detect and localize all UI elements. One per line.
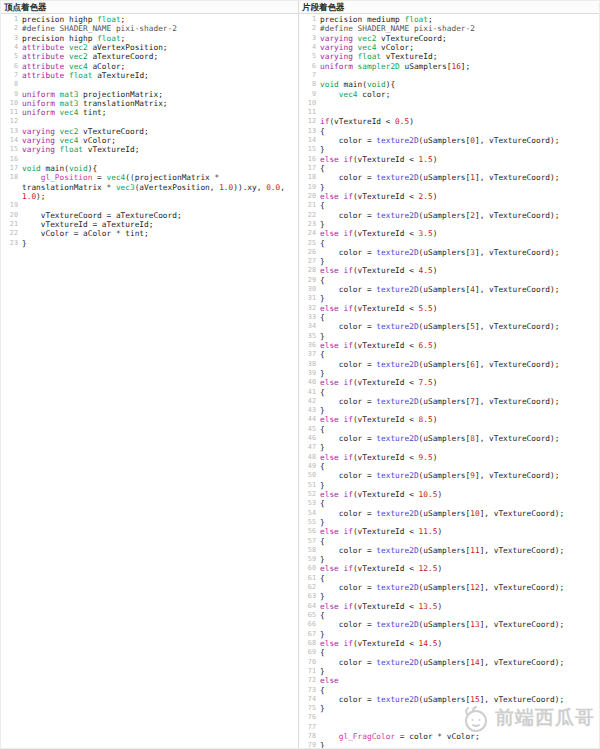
fragment-shader-panel: 片段着色器 1precision mediump float;2#define … [299,1,599,748]
line-number: 10 [299,99,320,108]
code-line: 44else if(vTextureId < 8.5) [299,415,599,424]
fragment-shader-code[interactable]: 1precision mediump float;2#define SHADER… [299,14,599,748]
code-line: 63} [299,592,599,601]
line-number: 74 [299,695,320,704]
line-number: 16 [1,155,22,164]
code-text: { [320,462,599,471]
code-line: 12 [1,117,298,126]
line-number: 42 [299,397,320,406]
code-text: else if(vTextureId < 9.5) [320,453,599,462]
code-line: 48else if(vTextureId < 9.5) [299,453,599,462]
code-text: { [320,239,599,248]
code-text: varying vec2 vTextureCoord; [320,34,599,43]
line-number: 3 [1,34,22,43]
line-number: 22 [299,211,320,220]
code-text: } [320,332,599,341]
line-number: 20 [299,192,320,201]
code-text: else if(vTextureId < 7.5) [320,378,599,387]
line-number: 8 [1,80,22,89]
code-line: 54 color = texture2D(uSamplers[10], vTex… [299,509,599,518]
code-line: 18 gl_Position = vec4((projectionMatrix … [1,173,298,201]
code-line: 16 [1,155,298,164]
line-number: 1 [299,15,320,24]
code-line: 50 color = texture2D(uSamplers[9], vText… [299,471,599,480]
vertex-shader-code[interactable]: 1precision highp float;2#define SHADER_N… [1,14,298,748]
line-number: 43 [299,406,320,415]
line-number: 15 [299,145,320,154]
code-line: 37{ [299,350,599,359]
code-text: } [320,257,599,266]
code-text: precision mediump float; [320,15,599,24]
line-number: 79 [299,741,320,748]
line-number: 8 [299,80,320,89]
line-number: 6 [299,62,320,71]
line-number: 18 [1,173,22,182]
code-line: 40else if(vTextureId < 7.5) [299,378,599,387]
line-number: 69 [299,648,320,657]
code-line: 15} [299,145,599,154]
code-line: 21 vTextureId = aTextureId; [1,220,298,229]
code-line: 70 color = texture2D(uSamplers[14], vTex… [299,658,599,667]
code-line: 21{ [299,201,599,210]
line-number: 12 [1,117,22,126]
code-line: 65{ [299,611,599,620]
code-text: { [320,276,599,285]
code-line: 20 vTextureCoord = aTextureCoord; [1,211,298,220]
line-number: 44 [299,415,320,424]
code-line: 76 [299,713,599,722]
line-number: 7 [1,71,22,80]
line-number: 64 [299,602,320,611]
line-number: 28 [299,266,320,275]
code-line: 17{ [299,164,599,173]
code-line: 14varying vec4 vColor; [1,136,298,145]
line-number: 60 [299,564,320,573]
code-text: vColor = aColor * tint; [22,229,298,238]
code-text: color = texture2D(uSamplers[4], vTexture… [320,285,599,294]
code-line: 56else if(vTextureId < 11.5) [299,527,599,536]
code-text: } [320,369,599,378]
line-number: 17 [1,164,22,173]
code-line: 14 color = texture2D(uSamplers[0], vText… [299,136,599,145]
code-text: } [320,592,599,601]
code-line: 58 color = texture2D(uSamplers[11], vTex… [299,546,599,555]
code-text: color = texture2D(uSamplers[14], vTextur… [320,658,599,667]
line-number: 11 [1,108,22,117]
code-text: color = texture2D(uSamplers[12], vTextur… [320,583,599,592]
code-text: void main(void){ [22,164,298,173]
code-text: uniform vec4 tint; [22,108,298,117]
line-number: 4 [299,43,320,52]
line-number: 57 [299,537,320,546]
code-text: varying vec4 vColor; [320,43,599,52]
line-number: 33 [299,313,320,322]
code-line: 10uniform mat3 translationMatrix; [1,99,298,108]
code-text: uniform mat3 translationMatrix; [22,99,298,108]
code-text: color = texture2D(uSamplers[2], vTexture… [320,211,599,220]
code-line: 23} [1,239,298,248]
line-number: 4 [1,43,22,52]
line-number: 23 [299,220,320,229]
code-line: 46 color = texture2D(uSamplers[8], vText… [299,434,599,443]
code-text: else if(vTextureId < 14.5) [320,639,599,648]
code-line: 66 color = texture2D(uSamplers[13], vTex… [299,620,599,629]
code-line: 49{ [299,462,599,471]
code-text: } [320,667,599,676]
line-number: 77 [299,723,320,732]
code-line: 16else if(vTextureId < 1.5) [299,155,599,164]
code-line: 60else if(vTextureId < 12.5) [299,564,599,573]
code-text: color = texture2D(uSamplers[3], vTexture… [320,248,599,257]
code-line: 72else [299,676,599,685]
code-text: } [320,481,599,490]
code-line: 68else if(vTextureId < 14.5) [299,639,599,648]
code-line: 29{ [299,276,599,285]
code-text: } [320,518,599,527]
fragment-shader-title: 片段着色器 [299,1,599,14]
code-text: precision highp float; [22,34,298,43]
code-text: else if(vTextureId < 10.5) [320,490,599,499]
code-line: 8 [1,80,298,89]
line-number: 35 [299,332,320,341]
code-line: 15varying float vTextureId; [1,145,298,154]
code-line: 62 color = texture2D(uSamplers[12], vTex… [299,583,599,592]
line-number: 7 [299,71,320,80]
code-line: 43} [299,406,599,415]
code-text: color = texture2D(uSamplers[13], vTextur… [320,620,599,629]
